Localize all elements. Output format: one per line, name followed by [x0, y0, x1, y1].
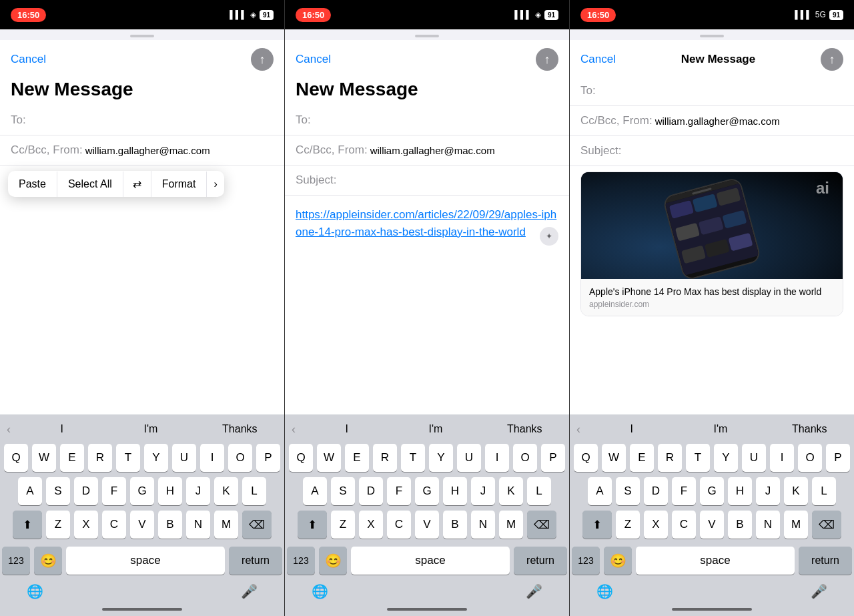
key-y-2[interactable]: Y [429, 444, 453, 472]
key-123-3[interactable]: 123 [572, 547, 600, 575]
subject-field-2[interactable]: Subject: [285, 166, 569, 196]
key-f-2[interactable]: F [387, 477, 411, 505]
key-e-1[interactable]: E [60, 444, 84, 472]
pred-word-3-1[interactable]: I'm [676, 423, 765, 435]
key-m-2[interactable]: M [499, 511, 523, 539]
key-d-1[interactable]: D [74, 477, 98, 505]
key-z-1[interactable]: Z [46, 511, 70, 539]
key-g-1[interactable]: G [130, 477, 154, 505]
more-arrow[interactable]: › [207, 172, 224, 197]
key-l-2[interactable]: L [527, 477, 551, 505]
key-p-3[interactable]: P [826, 444, 850, 472]
key-e-3[interactable]: E [630, 444, 654, 472]
key-123-1[interactable]: 123 [2, 547, 30, 575]
key-g-3[interactable]: G [700, 477, 724, 505]
key-c-1[interactable]: C [102, 511, 126, 539]
key-v-3[interactable]: V [700, 511, 724, 539]
key-n-1[interactable]: N [186, 511, 210, 539]
to-field-2[interactable]: To: [285, 105, 569, 135]
key-t-3[interactable]: T [686, 444, 710, 472]
key-delete-3[interactable]: ⌫ [812, 511, 841, 539]
key-b-3[interactable]: B [728, 511, 752, 539]
pred-word-3-0[interactable]: I [587, 423, 676, 435]
key-l-1[interactable]: L [242, 477, 266, 505]
key-123-2[interactable]: 123 [287, 547, 315, 575]
key-j-2[interactable]: J [471, 477, 495, 505]
key-u-2[interactable]: U [457, 444, 481, 472]
key-space-2[interactable]: space [351, 547, 510, 575]
subject-field-3[interactable]: Subject: [570, 136, 854, 166]
translate-icon[interactable]: ⇄ [123, 171, 151, 197]
key-emoji-2[interactable]: 😊 [319, 547, 347, 575]
select-all-button[interactable]: Select All [57, 172, 123, 197]
key-b-2[interactable]: B [443, 511, 467, 539]
pred-word-2-2[interactable]: Thanks [480, 423, 569, 435]
key-n-3[interactable]: N [756, 511, 780, 539]
globe-icon-2[interactable]: 🌐 [312, 583, 328, 599]
key-return-3[interactable]: return [799, 547, 852, 575]
pred-chevron-3[interactable]: ‹ [570, 422, 587, 436]
key-k-3[interactable]: K [784, 477, 808, 505]
send-button-1[interactable]: ↑ [251, 48, 274, 71]
key-w-3[interactable]: W [602, 444, 626, 472]
pred-chevron-2[interactable]: ‹ [285, 422, 302, 436]
key-k-1[interactable]: K [214, 477, 238, 505]
key-delete-2[interactable]: ⌫ [527, 511, 556, 539]
key-i-1[interactable]: I [200, 444, 224, 472]
key-p-2[interactable]: P [541, 444, 565, 472]
key-i-2[interactable]: I [485, 444, 509, 472]
key-o-3[interactable]: O [798, 444, 822, 472]
cursor-handle-2[interactable]: ✦ [540, 227, 558, 246]
key-z-2[interactable]: Z [331, 511, 355, 539]
pred-chevron-1[interactable]: ‹ [0, 422, 17, 436]
mic-icon-2[interactable]: 🎤 [526, 583, 542, 599]
key-n-2[interactable]: N [471, 511, 495, 539]
key-emoji-1[interactable]: 😊 [34, 547, 62, 575]
ccbcc-field-2[interactable]: Cc/Bcc, From: william.gallagher@mac.com [285, 135, 569, 166]
key-b-1[interactable]: B [158, 511, 182, 539]
key-x-1[interactable]: X [74, 511, 98, 539]
key-m-3[interactable]: M [784, 511, 808, 539]
pred-word-2-0[interactable]: I [302, 423, 391, 435]
key-f-3[interactable]: F [672, 477, 696, 505]
key-return-2[interactable]: return [514, 547, 567, 575]
globe-icon-3[interactable]: 🌐 [596, 583, 613, 599]
key-e-2[interactable]: E [345, 444, 369, 472]
key-v-2[interactable]: V [415, 511, 439, 539]
key-v-1[interactable]: V [130, 511, 154, 539]
key-g-2[interactable]: G [415, 477, 439, 505]
key-w-2[interactable]: W [317, 444, 341, 472]
pred-word-1-2[interactable]: Thanks [195, 423, 284, 435]
format-button[interactable]: Format [151, 172, 207, 197]
key-l-3[interactable]: L [812, 477, 836, 505]
key-r-2[interactable]: R [373, 444, 397, 472]
key-z-3[interactable]: Z [616, 511, 640, 539]
send-button-2[interactable]: ↑ [536, 48, 558, 71]
key-return-1[interactable]: return [229, 547, 282, 575]
key-delete-1[interactable]: ⌫ [242, 511, 272, 539]
pred-word-3-2[interactable]: Thanks [765, 423, 854, 435]
paste-button[interactable]: Paste [8, 172, 57, 197]
key-d-2[interactable]: D [359, 477, 383, 505]
ccbcc-field-1[interactable]: Cc/Bcc, From: william.gallagher@mac.com [0, 135, 284, 166]
key-y-1[interactable]: Y [144, 444, 168, 472]
cancel-button-2[interactable]: Cancel [296, 53, 331, 66]
key-j-1[interactable]: J [186, 477, 210, 505]
key-d-3[interactable]: D [644, 477, 668, 505]
key-m-1[interactable]: M [214, 511, 238, 539]
key-q-3[interactable]: Q [574, 444, 598, 472]
key-q-1[interactable]: Q [4, 444, 28, 472]
key-shift-3[interactable]: ⬆ [582, 511, 612, 539]
key-r-1[interactable]: R [88, 444, 112, 472]
key-u-1[interactable]: U [172, 444, 196, 472]
ccbcc-field-3[interactable]: Cc/Bcc, From: william.gallagher@mac.com [570, 106, 854, 136]
key-s-2[interactable]: S [331, 477, 355, 505]
key-h-1[interactable]: H [158, 477, 182, 505]
key-j-3[interactable]: J [756, 477, 780, 505]
key-h-3[interactable]: H [728, 477, 752, 505]
key-p-1[interactable]: P [256, 444, 280, 472]
key-c-3[interactable]: C [672, 511, 696, 539]
pred-word-2-1[interactable]: I'm [391, 423, 480, 435]
key-s-1[interactable]: S [46, 477, 70, 505]
key-w-1[interactable]: W [32, 444, 56, 472]
